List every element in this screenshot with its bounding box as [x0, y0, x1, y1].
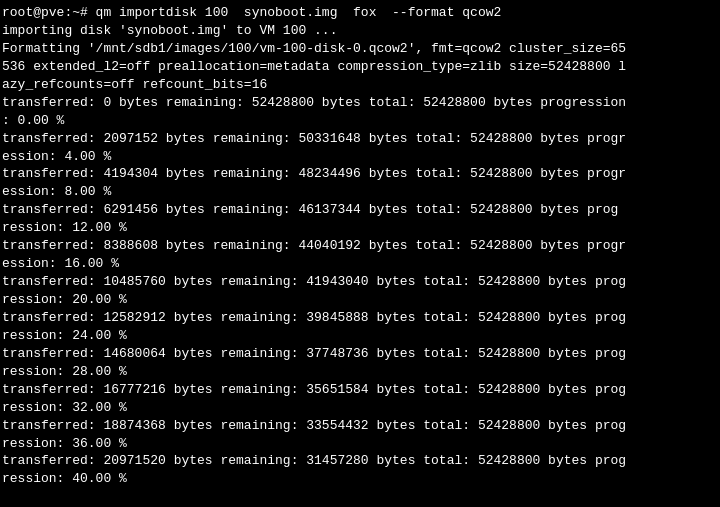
- line-4: 536 extended_l2=off preallocation=metada…: [2, 58, 718, 76]
- line-1: root@pve:~# qm importdisk 100 synoboot.i…: [2, 4, 718, 22]
- line-27: ression: 40.00 %: [2, 470, 718, 488]
- line-7: : 0.00 %: [2, 112, 718, 130]
- line-3: Formatting '/mnt/sdb1/images/100/vm-100-…: [2, 40, 718, 58]
- line-24: transferred: 18874368 bytes remaining: 3…: [2, 417, 718, 435]
- line-22: transferred: 16777216 bytes remaining: 3…: [2, 381, 718, 399]
- line-9: ession: 4.00 %: [2, 148, 718, 166]
- line-17: ression: 20.00 %: [2, 291, 718, 309]
- line-23: ression: 32.00 %: [2, 399, 718, 417]
- terminal-window: root@pve:~# qm importdisk 100 synoboot.i…: [0, 0, 720, 507]
- line-18: transferred: 12582912 bytes remaining: 3…: [2, 309, 718, 327]
- line-6: transferred: 0 bytes remaining: 52428800…: [2, 94, 718, 112]
- line-16: transferred: 10485760 bytes remaining: 4…: [2, 273, 718, 291]
- line-15: ession: 16.00 %: [2, 255, 718, 273]
- line-10: transferred: 4194304 bytes remaining: 48…: [2, 165, 718, 183]
- line-20: transferred: 14680064 bytes remaining: 3…: [2, 345, 718, 363]
- line-14: transferred: 8388608 bytes remaining: 44…: [2, 237, 718, 255]
- line-13: ression: 12.00 %: [2, 219, 718, 237]
- line-12: transferred: 6291456 bytes remaining: 46…: [2, 201, 718, 219]
- line-21: ression: 28.00 %: [2, 363, 718, 381]
- line-11: ession: 8.00 %: [2, 183, 718, 201]
- line-2: importing disk 'synoboot.img' to VM 100 …: [2, 22, 718, 40]
- line-5: azy_refcounts=off refcount_bits=16: [2, 76, 718, 94]
- line-8: transferred: 2097152 bytes remaining: 50…: [2, 130, 718, 148]
- line-25: ression: 36.00 %: [2, 435, 718, 453]
- line-26: transferred: 20971520 bytes remaining: 3…: [2, 452, 718, 470]
- line-19: ression: 24.00 %: [2, 327, 718, 345]
